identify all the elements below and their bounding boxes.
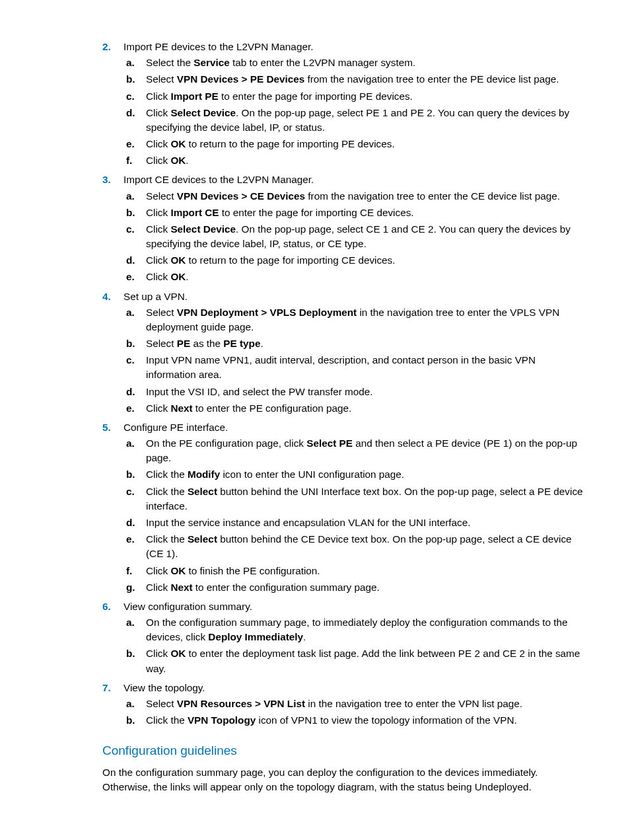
- bold-term: Select: [188, 533, 217, 545]
- bold-term: PE type: [223, 338, 260, 349]
- sub-step-marker: c.: [126, 484, 146, 514]
- step-body: Import CE devices to the L2VPN Manager.a…: [123, 172, 584, 286]
- sub-step-text: Click Next to enter the configuration su…: [146, 580, 584, 595]
- sub-step: a.Select VPN Resources > VPN List in the…: [126, 697, 584, 711]
- sub-step-marker: b.: [126, 336, 146, 351]
- sub-step: b.Click OK to enter the deployment task …: [126, 646, 584, 675]
- sub-step-marker: e.: [126, 532, 146, 561]
- sub-step: b.Click the VPN Topology icon of VPN1 to…: [126, 713, 584, 728]
- sub-step-text: Click the VPN Topology icon of VPN1 to v…: [146, 713, 584, 728]
- sub-step-text: Input VPN name VPN1, audit interval, des…: [146, 353, 584, 382]
- sub-step-text: Click Select Device. On the pop-up page,…: [146, 106, 584, 135]
- sub-step-text: Select VPN Devices > PE Devices from the…: [146, 72, 584, 87]
- sub-step-marker: e.: [126, 137, 146, 151]
- sub-step: a.On the PE configuration page, click Se…: [126, 436, 584, 465]
- bold-term: OK: [170, 271, 186, 282]
- sub-step-text: Click Import CE to enter the page for im…: [146, 206, 584, 220]
- sub-step-marker: b.: [126, 646, 146, 675]
- step-body: View configuration summary.a.On the conf…: [123, 599, 584, 678]
- sub-step: a.Select VPN Deployment > VPLS Deploymen…: [126, 305, 584, 334]
- sub-step-marker: e.: [126, 401, 146, 416]
- step-number: 4.: [102, 289, 123, 418]
- sub-step-text: On the configuration summary page, to im…: [146, 615, 584, 644]
- sub-step: d.Click OK to return to the page for imp…: [126, 253, 584, 268]
- bold-term: Import PE: [170, 91, 218, 102]
- procedure-step: 2.Import PE devices to the L2VPN Manager…: [102, 40, 584, 170]
- bold-term: Modify: [188, 469, 220, 480]
- step-text: Set up a VPN.: [123, 289, 584, 304]
- step-text: Import PE devices to the L2VPN Manager.: [123, 40, 584, 54]
- step-body: View the topology.a.Select VPN Resources…: [123, 681, 584, 730]
- sub-step-list: a.Select VPN Resources > VPN List in the…: [126, 697, 584, 728]
- sub-step: b.Click the Modify icon to enter the UNI…: [126, 467, 584, 482]
- bold-term: VPN Deployment > VPLS Deployment: [177, 307, 357, 318]
- sub-step: e.Click OK.: [126, 270, 584, 284]
- sub-step-marker: c.: [126, 353, 146, 382]
- bold-term: Next: [170, 402, 192, 414]
- bold-term: VPN Devices > PE Devices: [177, 73, 304, 85]
- sub-step: b.Select PE as the PE type.: [126, 336, 584, 351]
- sub-step-marker: a.: [126, 436, 146, 465]
- sub-step-text: Click OK.: [146, 153, 584, 168]
- sub-step-marker: c.: [126, 89, 146, 104]
- step-body: Configure PE interface.a.On the PE confi…: [123, 420, 584, 597]
- sub-step-marker: a.: [126, 697, 146, 711]
- bold-term: Select PE: [306, 438, 353, 449]
- bold-term: Deploy Immediately: [208, 631, 303, 642]
- sub-step-text: Click OK to finish the PE configuration.: [146, 564, 584, 578]
- numbered-procedure-list: 2.Import PE devices to the L2VPN Manager…: [102, 40, 584, 730]
- sub-step: c.Click Select Device. On the pop-up pag…: [126, 222, 584, 251]
- sub-step-text: Click Next to enter the PE configuration…: [146, 401, 584, 416]
- sub-step-marker: b.: [126, 206, 146, 220]
- sub-step-text: On the PE configuration page, click Sele…: [146, 436, 584, 465]
- sub-step: a.Select VPN Devices > CE Devices from t…: [126, 189, 584, 204]
- sub-step-marker: d.: [126, 253, 146, 268]
- bold-term: OK: [170, 565, 186, 576]
- sub-step: d.Click Select Device. On the pop-up pag…: [126, 106, 584, 135]
- bold-term: OK: [170, 254, 186, 266]
- sub-step-marker: a.: [126, 305, 146, 334]
- sub-step-text: Click OK.: [146, 270, 584, 284]
- step-text: Configure PE interface.: [123, 420, 584, 435]
- sub-step-text: Select VPN Deployment > VPLS Deployment …: [146, 305, 584, 334]
- sub-step-text: Select PE as the PE type.: [146, 336, 584, 351]
- sub-step: e.Click OK to return to the page for imp…: [126, 137, 584, 151]
- sub-step-list: a.Select the Service tab to enter the L2…: [126, 56, 584, 168]
- step-number: 2.: [102, 40, 123, 170]
- step-number: 7.: [102, 681, 123, 730]
- bold-term: Select Device: [170, 223, 236, 235]
- step-number: 6.: [102, 599, 123, 678]
- bold-term: VPN Resources > VPN List: [177, 698, 305, 709]
- sub-step-text: Click Select Device. On the pop-up page,…: [146, 222, 584, 251]
- sub-step-text: Click OK to return to the page for impor…: [146, 253, 584, 268]
- sub-step-list: a.On the PE configuration page, click Se…: [126, 436, 584, 595]
- sub-step: b.Select VPN Devices > PE Devices from t…: [126, 72, 584, 87]
- sub-step-marker: d.: [126, 106, 146, 135]
- sub-step-marker: f.: [126, 153, 146, 168]
- sub-step-text: Select the Service tab to enter the L2VP…: [146, 56, 584, 70]
- sub-step: g.Click Next to enter the configuration …: [126, 580, 584, 595]
- sub-step-marker: b.: [126, 72, 146, 87]
- procedure-step: 5.Configure PE interface.a.On the PE con…: [102, 420, 584, 597]
- sub-step: d.Input the VSI ID, and select the PW tr…: [126, 385, 584, 399]
- sub-step-text: Click the Select button behind the UNI I…: [146, 484, 584, 514]
- sub-step-marker: a.: [126, 189, 146, 204]
- procedure-step: 6.View configuration summary.a.On the co…: [102, 599, 584, 678]
- step-number: 5.: [102, 420, 123, 597]
- bold-term: Select: [188, 486, 217, 497]
- procedure-step: 7.View the topology.a.Select VPN Resourc…: [102, 681, 584, 730]
- guidelines-paragraph: On the configuration summary page, you c…: [102, 765, 584, 794]
- bold-term: PE: [177, 338, 190, 349]
- bold-term: VPN Devices > CE Devices: [177, 190, 305, 202]
- sub-step-marker: d.: [126, 515, 146, 530]
- sub-step: a.Select the Service tab to enter the L2…: [126, 56, 584, 70]
- sub-step: a.On the configuration summary page, to …: [126, 615, 584, 644]
- guidelines-heading: Configuration guidelines: [102, 742, 584, 760]
- step-text: View configuration summary.: [123, 599, 584, 614]
- sub-step: c.Click the Select button behind the UNI…: [126, 484, 584, 514]
- bold-term: VPN Topology: [188, 714, 256, 726]
- sub-step-list: a.Select VPN Devices > CE Devices from t…: [126, 189, 584, 285]
- procedure-step: 4.Set up a VPN.a.Select VPN Deployment >…: [102, 289, 584, 418]
- sub-step-text: Click the Modify icon to enter the UNI c…: [146, 467, 584, 482]
- bold-term: OK: [170, 155, 186, 166]
